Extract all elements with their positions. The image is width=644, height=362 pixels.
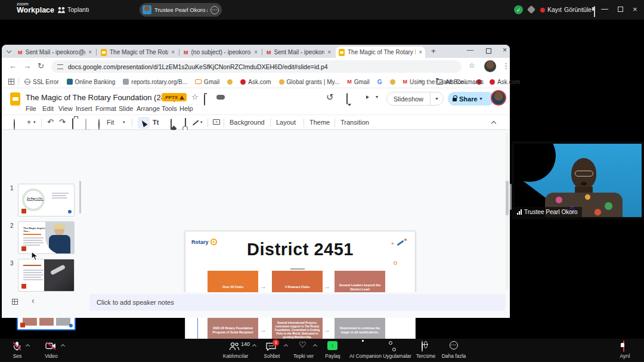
- share-screen-icon[interactable]: ↑: [327, 341, 338, 350]
- zoom-add-button[interactable]: +: [27, 118, 31, 126]
- move-folder-icon[interactable]: [204, 94, 205, 106]
- browser-close-button[interactable]: ×: [503, 46, 507, 54]
- browser-tab-3[interactable]: M (no subject) - ipeokoro@gm ×: [181, 47, 261, 58]
- bookmarks-overflow-icon[interactable]: »: [419, 77, 423, 84]
- leave-meeting-icon[interactable]: [623, 341, 624, 352]
- google-icon[interactable]: G: [377, 79, 382, 85]
- audio-options-chevron[interactable]: [26, 344, 30, 348]
- slideshow-button[interactable]: Slideshow ▾: [386, 92, 444, 106]
- view-label[interactable]: Görüntüle: [564, 6, 592, 13]
- document-title[interactable]: The Magic of The Rotary Foundation (2451…: [26, 93, 177, 102]
- chevron-down-icon[interactable]: ▾: [33, 120, 36, 125]
- search-icon[interactable]: [14, 119, 15, 130]
- leave-meeting-label[interactable]: Ayrıl: [613, 353, 637, 359]
- redo-icon[interactable]: ↷: [59, 117, 66, 126]
- screenshare-banner[interactable]: Trustee Pearl Okoro adlı kişinin e ⋯: [140, 3, 222, 17]
- banner-more-icon[interactable]: ⋯: [210, 6, 219, 14]
- tab-search-icon[interactable]: [7, 48, 11, 53]
- canvas-scroll-indicator[interactable]: [290, 268, 305, 270]
- collapse-toolbar-icon[interactable]: [491, 121, 496, 126]
- layout-button[interactable]: Layout: [276, 119, 296, 126]
- video-button-label[interactable]: Video: [41, 353, 62, 359]
- browser-menu-icon[interactable]: ⋮: [502, 61, 510, 70]
- bookmark-rotary-reports[interactable]: reports.rotary.org/B...: [123, 79, 187, 85]
- tab-close-icon[interactable]: ×: [327, 49, 331, 55]
- share-button[interactable]: Share ▾: [448, 92, 494, 106]
- ai-sparkle-icon[interactable]: [527, 5, 535, 14]
- bookmark-online-banking[interactable]: Online Banking: [67, 79, 116, 85]
- translate-globe-icon[interactable]: [422, 341, 423, 352]
- heart-reaction-icon[interactable]: ♡: [299, 340, 306, 349]
- slide-thumbnail-3[interactable]: [18, 259, 75, 292]
- menu-edit[interactable]: Edit: [42, 105, 54, 112]
- maximize-button[interactable]: [618, 7, 623, 12]
- record-label[interactable]: Kayıt: [547, 6, 562, 13]
- bookmark-dot-icon[interactable]: [227, 79, 233, 85]
- share-dropdown[interactable]: ▾: [480, 96, 482, 101]
- tab-close-icon[interactable]: ×: [419, 49, 422, 55]
- menu-tools[interactable]: Tools: [162, 105, 177, 112]
- chevron-down-icon[interactable]: ▾: [123, 120, 125, 125]
- back-icon[interactable]: ←: [9, 61, 17, 70]
- participants-icon[interactable]: [229, 342, 240, 353]
- bookmark-ssl-error[interactable]: SSL Error: [24, 79, 59, 85]
- menu-slide[interactable]: Slide: [119, 105, 133, 112]
- insert-line-icon[interactable]: [193, 120, 199, 125]
- transition-button[interactable]: Transition: [340, 119, 369, 126]
- participants-chevron[interactable]: [252, 344, 256, 348]
- slide-thumbnail-2[interactable]: The Magic begins with You...: [18, 221, 75, 254]
- new-tab-button[interactable]: +: [431, 47, 436, 55]
- chat-chevron[interactable]: [284, 344, 288, 348]
- tab-close-icon[interactable]: ×: [171, 49, 175, 55]
- tab-close-icon[interactable]: ×: [88, 49, 92, 55]
- reactions-chevron[interactable]: [313, 344, 317, 348]
- zoom-fit-select[interactable]: Fit: [107, 119, 114, 126]
- canvas-scrollbar-thumb[interactable]: [506, 181, 509, 215]
- more-options-icon[interactable]: ⋯: [450, 341, 458, 349]
- browser-restore-button[interactable]: [486, 48, 491, 54]
- browser-tab-2[interactable]: The Magic of The Rotary Fo ×: [98, 47, 178, 58]
- insert-shape-icon[interactable]: [185, 118, 186, 129]
- menu-help[interactable]: Help: [179, 105, 193, 112]
- bookmark-gmail[interactable]: Gmail: [195, 79, 219, 85]
- undo-icon[interactable]: ↶: [47, 117, 54, 126]
- select-tool-button[interactable]: [138, 117, 150, 129]
- menu-arrange[interactable]: Arrange: [137, 105, 160, 112]
- theme-button[interactable]: Theme: [309, 119, 330, 126]
- browser-minimize-button[interactable]: —: [467, 46, 473, 53]
- chevron-down-icon[interactable]: ▾: [200, 120, 203, 125]
- menu-insert[interactable]: Insert: [76, 105, 92, 112]
- star-document-icon[interactable]: ☆: [191, 92, 199, 101]
- browser-tab-5-active[interactable]: The Magic of The Rotary Fo ×: [336, 47, 425, 58]
- paint-format-icon[interactable]: [85, 119, 86, 130]
- bookmark-gmail-2[interactable]: MGmail: [347, 79, 370, 85]
- browser-profile-avatar[interactable]: [484, 60, 496, 72]
- zoom-in-icon[interactable]: [98, 119, 100, 130]
- meeting-tab[interactable]: Toplantı: [67, 6, 89, 13]
- account-avatar[interactable]: [491, 90, 506, 106]
- version-history-icon[interactable]: ↺: [326, 92, 334, 103]
- apps-grid-icon[interactable]: [8, 79, 14, 85]
- menu-format[interactable]: Format: [95, 105, 116, 112]
- browser-tab-1[interactable]: M Sent Mail - ipeokoro@gmai ×: [15, 47, 95, 58]
- participant-video-tile[interactable]: Trustee Pearl Okoro: [512, 141, 644, 219]
- participants-button-label[interactable]: Katılımcılar: [213, 353, 258, 359]
- mic-muted-icon[interactable]: [12, 341, 22, 354]
- site-settings-icon[interactable]: [57, 64, 63, 69]
- video-options-chevron[interactable]: [61, 344, 65, 348]
- collapse-filmstrip-icon[interactable]: ‹: [32, 296, 35, 305]
- insert-image-icon[interactable]: [171, 119, 172, 130]
- view-layout-icon[interactable]: [594, 6, 595, 17]
- address-bar[interactable]: docs.google.com/presentation/d/1LzEM1s2u…: [51, 60, 462, 73]
- canvas-scrollbar-track[interactable]: [506, 133, 509, 289]
- background-button[interactable]: Background: [230, 119, 265, 126]
- chat-button-label[interactable]: Sohbet: [255, 353, 289, 359]
- forward-icon[interactable]: →: [23, 61, 31, 70]
- print-icon[interactable]: [72, 118, 73, 129]
- reload-icon[interactable]: ↻: [38, 61, 44, 70]
- reactions-button-label[interactable]: Tepki ver: [286, 353, 321, 359]
- insert-textbox-icon[interactable]: +: [213, 119, 220, 125]
- speaker-notes-field[interactable]: Click to add speaker notes: [89, 294, 506, 311]
- bookmark-star-icon[interactable]: ☆: [469, 61, 475, 70]
- pptx-badge[interactable]: .PPTX: [162, 93, 187, 101]
